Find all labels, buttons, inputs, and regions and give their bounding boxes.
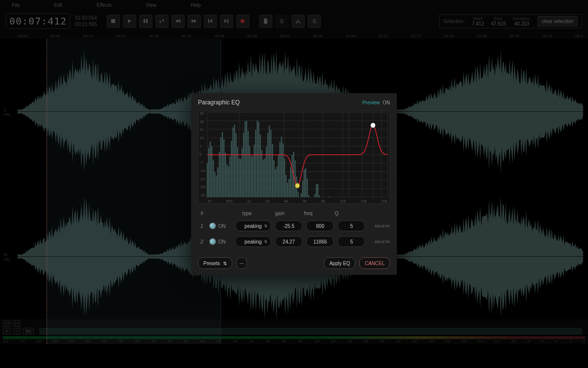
svg-rect-54	[228, 166, 229, 197]
svg-rect-41	[208, 148, 209, 197]
svg-rect-45	[214, 172, 215, 197]
svg-rect-49	[220, 137, 221, 197]
band-type-select[interactable]: peaking⇅	[235, 236, 271, 247]
svg-rect-94	[289, 179, 290, 197]
svg-rect-72	[255, 130, 256, 197]
svg-rect-96	[292, 155, 293, 197]
chevron-down-icon: ⇅	[264, 240, 268, 244]
band-freq-input[interactable]: 11866	[306, 236, 334, 247]
svg-rect-65	[245, 121, 245, 197]
svg-rect-89	[281, 137, 282, 197]
svg-rect-47	[218, 167, 219, 197]
chevron-down-icon: ⇅	[264, 224, 268, 228]
svg-rect-58	[234, 124, 235, 197]
svg-rect-100	[298, 192, 299, 197]
svg-rect-86	[276, 167, 277, 197]
svg-rect-64	[243, 133, 244, 197]
svg-rect-55	[229, 157, 230, 197]
svg-rect-48	[219, 151, 220, 197]
svg-rect-76	[261, 150, 262, 197]
band-row: 1ONpeaking⇅-25.58005DELETE	[198, 218, 390, 234]
svg-rect-50	[222, 132, 223, 197]
svg-rect-105	[305, 168, 306, 197]
svg-rect-112	[316, 184, 317, 197]
svg-rect-75	[260, 134, 261, 197]
band-gain-input[interactable]: 24.27	[275, 236, 302, 247]
svg-rect-68	[249, 146, 250, 197]
band-q-input[interactable]: 5	[338, 221, 365, 231]
svg-rect-107	[308, 195, 309, 197]
band-q-input[interactable]: 5	[338, 236, 365, 247]
modal-backdrop: Paragraphic EQ Preview ON 3528211470-7-1…	[0, 0, 588, 368]
svg-rect-93	[287, 183, 288, 197]
svg-rect-114	[319, 196, 320, 197]
band-type-select[interactable]: peaking⇅	[235, 221, 271, 231]
svg-rect-67	[247, 131, 248, 197]
band-gain-input[interactable]: -25.5	[275, 221, 302, 231]
svg-rect-53	[226, 164, 227, 197]
svg-rect-102	[301, 193, 302, 197]
eq-modal: Paragraphic EQ Preview ON 3528211470-7-1…	[191, 93, 397, 275]
svg-rect-56	[231, 141, 232, 197]
svg-rect-80	[268, 133, 269, 197]
svg-rect-120	[328, 196, 329, 197]
svg-rect-69	[251, 156, 252, 197]
band-delete-button[interactable]: DELETE	[369, 240, 390, 244]
svg-rect-111	[315, 194, 316, 197]
svg-rect-74	[258, 122, 259, 197]
svg-rect-88	[279, 142, 280, 197]
svg-rect-70	[252, 156, 253, 197]
band-freq-input[interactable]: 800	[306, 221, 334, 231]
band-on-toggle[interactable]	[209, 238, 216, 245]
more-button[interactable]: ···	[236, 257, 247, 269]
svg-rect-43	[211, 147, 212, 197]
band-row: 2ONpeaking⇅24.27118665DELETE	[198, 234, 390, 249]
preview-state: ON	[383, 100, 390, 105]
band-index: 1	[198, 223, 205, 229]
svg-rect-113	[318, 184, 318, 197]
apply-eq-button[interactable]: Apply EQ	[324, 257, 355, 269]
svg-rect-46	[216, 175, 217, 197]
svg-rect-82	[270, 130, 271, 197]
svg-rect-95	[290, 167, 291, 197]
svg-rect-61	[239, 158, 240, 197]
svg-point-161	[370, 123, 375, 128]
presets-dropdown[interactable]: Presets⇅	[198, 257, 232, 269]
svg-point-160	[295, 183, 300, 189]
svg-rect-84	[273, 160, 274, 197]
preview-button[interactable]: Preview	[362, 100, 380, 105]
svg-rect-83	[272, 144, 273, 197]
svg-rect-85	[275, 169, 276, 197]
svg-rect-73	[257, 121, 258, 197]
svg-rect-63	[242, 148, 243, 197]
svg-rect-57	[233, 127, 234, 197]
svg-rect-40	[207, 163, 208, 197]
svg-rect-106	[307, 178, 308, 197]
svg-rect-104	[304, 170, 305, 197]
cancel-button[interactable]: CANCEL	[359, 257, 390, 269]
svg-rect-66	[246, 121, 247, 197]
svg-rect-51	[223, 139, 224, 197]
svg-rect-78	[264, 158, 265, 197]
svg-rect-81	[269, 125, 270, 197]
band-on-toggle[interactable]	[209, 222, 216, 229]
band-table: # type gain freq Q 1ONpeaking⇅-25.58005D…	[198, 209, 390, 249]
svg-rect-91	[284, 159, 285, 197]
eq-plot[interactable]: 3528211470-7-14-21-28-35 325001k2k4k5k8k…	[198, 111, 390, 204]
chevron-down-icon: ⇅	[223, 261, 227, 266]
band-index: 2	[198, 239, 205, 245]
modal-title: Paragraphic EQ	[198, 99, 240, 106]
svg-rect-59	[236, 133, 237, 197]
svg-rect-62	[240, 159, 241, 197]
svg-rect-77	[263, 160, 264, 197]
svg-rect-103	[302, 181, 303, 197]
svg-rect-42	[210, 142, 211, 197]
svg-rect-71	[254, 145, 255, 197]
svg-rect-87	[278, 155, 279, 197]
svg-rect-52	[225, 153, 226, 197]
svg-rect-44	[213, 160, 214, 197]
band-delete-button[interactable]: DELETE	[369, 224, 390, 228]
svg-rect-92	[286, 175, 287, 197]
svg-rect-90	[283, 144, 284, 197]
